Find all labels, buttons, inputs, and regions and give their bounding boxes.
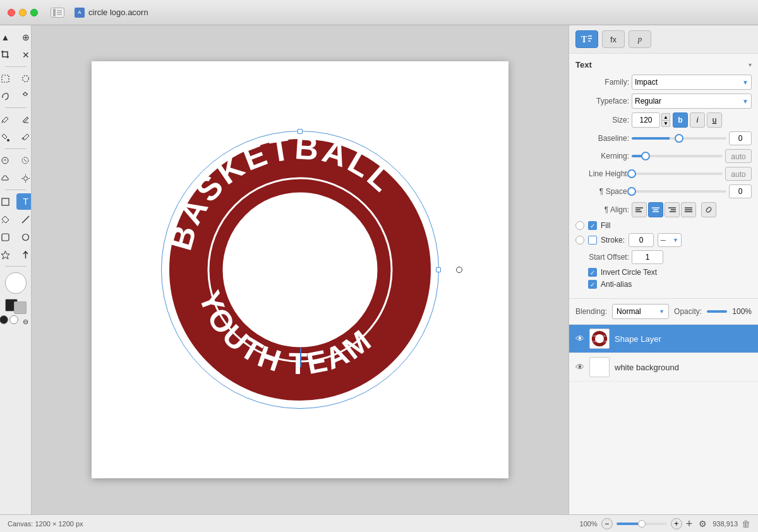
opacity-slider[interactable]: [707, 310, 727, 313]
underline-button[interactable]: u: [707, 112, 722, 128]
space-slider[interactable]: [632, 190, 726, 193]
selection-handle-top[interactable]: [298, 129, 303, 134]
fill-checkbox[interactable]: ✓: [588, 221, 597, 230]
layer-item-shape[interactable]: 👁 BASKETBALL YOUTH TEAM Shape Layer: [569, 325, 758, 353]
align-justify[interactable]: [681, 202, 696, 217]
zoom-in-button[interactable]: +: [671, 518, 682, 529]
start-offset-input[interactable]: [632, 250, 663, 264]
tool-group-transform: ✕: [0, 47, 32, 63]
line-height-slider[interactable]: [632, 172, 723, 175]
eraser-tool[interactable]: [16, 111, 32, 128]
arrow-shape-tool[interactable]: [16, 246, 32, 263]
eyedropper-tool[interactable]: [16, 129, 32, 145]
anti-alias-checkbox[interactable]: ✓: [588, 280, 597, 289]
zoom-slider[interactable]: [617, 523, 667, 525]
minimize-button[interactable]: [19, 9, 27, 16]
star-tool[interactable]: [0, 246, 15, 263]
fill-radio[interactable]: [575, 221, 584, 230]
align-left[interactable]: [632, 202, 647, 217]
repair-tool[interactable]: [16, 152, 32, 169]
line-height-thumb[interactable]: [627, 169, 636, 178]
family-select-arrow: ▼: [742, 79, 749, 86]
rounded-rect-tool[interactable]: [0, 229, 15, 245]
text-tool[interactable]: T: [16, 193, 32, 210]
family-select[interactable]: Impact ▼: [632, 75, 752, 90]
align-right[interactable]: [665, 202, 680, 217]
stroke-radio[interactable]: [575, 236, 584, 245]
kerning-thumb[interactable]: [641, 152, 650, 160]
bold-button[interactable]: b: [673, 112, 688, 128]
sidebar-toggle-button[interactable]: [51, 8, 64, 18]
svg-rect-0: [53, 9, 56, 16]
background-color[interactable]: [14, 301, 27, 314]
align-center[interactable]: [648, 202, 663, 217]
typeface-select[interactable]: Regular ▼: [632, 94, 752, 109]
divider-5: [5, 266, 27, 267]
arrow-tool[interactable]: ▲: [0, 29, 15, 45]
size-input[interactable]: [632, 112, 660, 128]
layer-item-background[interactable]: 👁 white background: [569, 353, 758, 382]
baseline-input[interactable]: [729, 131, 752, 145]
stroke-type-select[interactable]: ─ ▼: [658, 233, 682, 247]
baseline-thumb[interactable]: [675, 134, 683, 143]
size-decrement[interactable]: ▼: [661, 120, 670, 127]
paint-bucket-tool[interactable]: [0, 129, 15, 145]
align-row: ¶ Align:: [575, 202, 752, 217]
stroke-checkbox[interactable]: [588, 236, 597, 245]
ellipse-tool[interactable]: [16, 229, 32, 245]
statusbar: Canvas: 1200 × 1200 px 100% − + + ⚙ 938,…: [0, 514, 758, 532]
zoom-thumb[interactable]: [638, 520, 646, 528]
line-height-label: Line Height:: [575, 169, 629, 178]
paint-brush-tool[interactable]: [0, 111, 15, 128]
crop-tool[interactable]: [0, 47, 15, 63]
zoom-out-tool[interactable]: ⊖: [20, 315, 32, 328]
cursor-coords: 938,913: [713, 520, 738, 528]
settings-button[interactable]: ⚙: [696, 517, 709, 530]
sun-tool[interactable]: [16, 170, 32, 186]
blending-mode-select[interactable]: Normal ▼: [612, 304, 669, 319]
magic-wand-tool[interactable]: [16, 88, 32, 104]
close-button[interactable]: [8, 9, 15, 16]
stroke-value-input[interactable]: [629, 233, 654, 247]
svg-point-8: [27, 94, 28, 95]
invert-circle-checkbox[interactable]: ✓: [588, 268, 597, 277]
fx-panel-tab[interactable]: fx: [602, 30, 625, 48]
zoom-out-button[interactable]: −: [601, 518, 613, 529]
canvas-area[interactable]: BASKETBALL YOUTH TEAM: [32, 25, 568, 514]
italic-button[interactable]: i: [690, 112, 705, 128]
layer-name-background: white background: [615, 363, 679, 372]
zoom-tool[interactable]: ⊕: [16, 29, 32, 45]
space-thumb[interactable]: [627, 187, 636, 196]
selection-handle-right[interactable]: [436, 267, 441, 272]
add-layer-button[interactable]: +: [686, 518, 693, 529]
text-section-header: Text ▾: [575, 60, 752, 70]
layer-eye-shape[interactable]: 👁: [575, 334, 584, 344]
cloud-tool[interactable]: [0, 170, 15, 186]
rect-tool[interactable]: [0, 193, 15, 210]
kerning-slider[interactable]: [632, 155, 723, 157]
document-title-area: A circle logo.acorn: [75, 8, 148, 18]
clone-stamp-tool[interactable]: [0, 152, 15, 169]
transform-tool[interactable]: ✕: [16, 47, 32, 63]
space-input[interactable]: [729, 184, 752, 198]
pen-tool[interactable]: [0, 211, 15, 227]
path-panel-tab[interactable]: p: [629, 30, 651, 48]
maximize-button[interactable]: [30, 9, 38, 16]
text-section-collapse[interactable]: ▾: [749, 61, 752, 68]
line-tool[interactable]: [16, 211, 32, 227]
rotation-handle[interactable]: [456, 267, 462, 273]
text-panel-tab[interactable]: T: [575, 30, 598, 48]
color-picker-white[interactable]: [9, 315, 18, 324]
link-text-button[interactable]: [701, 202, 716, 217]
blending-label: Blending:: [575, 307, 607, 316]
kerning-row: Kerning: auto: [575, 149, 752, 163]
lasso-tool[interactable]: [0, 88, 15, 104]
ellipse-select-tool[interactable]: [16, 70, 32, 87]
baseline-slider[interactable]: [632, 137, 726, 140]
color-picker-black[interactable]: [0, 315, 8, 324]
rect-select-tool[interactable]: [0, 70, 15, 87]
panel-toolbar: T fx p: [569, 25, 758, 54]
delete-layer-button[interactable]: 🗑: [742, 519, 750, 529]
size-increment[interactable]: ▲: [661, 113, 670, 120]
layer-eye-background[interactable]: 👁: [575, 362, 584, 372]
